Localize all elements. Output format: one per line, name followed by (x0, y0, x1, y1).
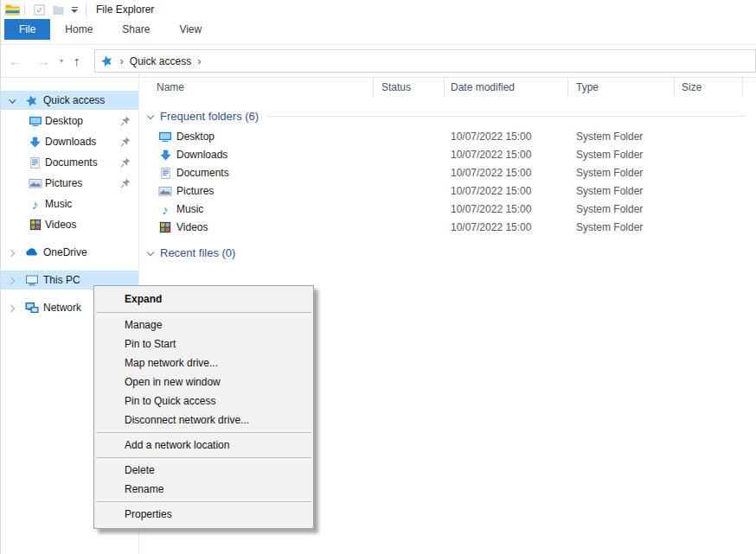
properties-check-icon[interactable] (32, 3, 46, 16)
sidebar-item-label: Pictures (45, 177, 82, 189)
menu-item-disconnect-network-drive[interactable]: Disconnect network drive... (94, 411, 313, 430)
chevron-down-icon[interactable] (147, 249, 154, 256)
toolbar-separator (86, 3, 86, 16)
menu-item-manage[interactable]: Manage (94, 315, 313, 334)
breadcrumb-chevron-icon[interactable]: › (191, 54, 207, 67)
sidebar-item-videos[interactable]: Videos (1, 215, 138, 234)
menu-item-properties[interactable]: Properties (94, 505, 313, 524)
column-divider[interactable] (567, 78, 568, 97)
chevron-right-icon[interactable] (9, 246, 14, 258)
pictures-icon (28, 176, 42, 190)
table-row[interactable]: Pictures 10/07/2022 15:00 System Folder (139, 182, 756, 201)
column-header-type[interactable]: Type (576, 81, 599, 93)
table-row[interactable]: Documents 10/07/2022 15:00 System Folder (139, 164, 756, 182)
row-type: System Folder (576, 185, 643, 197)
sidebar-item-label: OneDrive (43, 246, 87, 258)
recent-locations-caret-icon[interactable]: ▾ (58, 57, 65, 65)
column-header-status[interactable]: Status (381, 81, 411, 93)
breadcrumb-location[interactable]: Quick access (130, 55, 191, 67)
downloads-icon (28, 135, 42, 149)
back-icon[interactable]: ← (1, 54, 29, 67)
up-icon[interactable]: ↑ (65, 54, 89, 67)
group-header-recent-files[interactable]: Recent files (0) (139, 244, 756, 261)
breadcrumb-chevron-icon: › (114, 54, 130, 67)
column-divider[interactable] (674, 78, 675, 97)
column-header-date-modified[interactable]: Date modified (451, 81, 515, 93)
chevron-right-icon[interactable] (9, 302, 14, 314)
column-divider[interactable] (373, 78, 374, 97)
videos-icon (158, 220, 172, 234)
group-header-frequent-folders[interactable]: Frequent folders (6) (139, 107, 756, 124)
sidebar-item-onedrive[interactable]: OneDrive (1, 243, 138, 262)
row-name: Videos (176, 221, 208, 233)
tab-share[interactable]: Share (107, 19, 164, 40)
menu-separator (96, 457, 311, 458)
menu-separator (96, 312, 311, 313)
pin-icon (120, 116, 131, 126)
customize-toolbar-caret-icon[interactable] (71, 7, 78, 13)
row-name: Pictures (176, 185, 214, 197)
videos-icon (28, 218, 42, 232)
group-header-label: Frequent folders (6) (160, 110, 259, 123)
quick-access-star-icon (99, 54, 114, 68)
sidebar-item-downloads[interactable]: Downloads (1, 132, 138, 151)
sidebar-item-pictures[interactable]: Pictures (1, 174, 138, 193)
table-row[interactable]: Videos 10/07/2022 15:00 System Folder (139, 219, 756, 237)
menu-item-add-a-network-location[interactable]: Add a network location (94, 436, 313, 455)
file-explorer-window: File Explorer File Home Share View ← → ▾… (0, 0, 756, 554)
row-date-modified: 10/07/2022 15:00 (451, 131, 531, 143)
menu-item-pin-to-start[interactable]: Pin to Start (94, 334, 313, 353)
table-row[interactable]: Downloads 10/07/2022 15:00 System Folder (139, 146, 756, 164)
sidebar-item-label: Downloads (45, 136, 96, 148)
menu-item-expand[interactable]: Expand (94, 289, 313, 309)
sidebar-item-label: Documents (45, 156, 98, 169)
row-name: Downloads (176, 149, 227, 161)
table-row[interactable]: Desktop 10/07/2022 15:00 System Folder (139, 128, 756, 146)
tab-home[interactable]: Home (50, 19, 107, 40)
sidebar-group-gap (1, 236, 138, 243)
desktop-icon (28, 114, 42, 128)
column-header-name[interactable]: Name (157, 81, 184, 93)
column-divider[interactable] (444, 78, 445, 97)
menu-item-open-in-new-window[interactable]: Open in new window (94, 373, 313, 392)
row-type: System Folder (576, 221, 643, 233)
row-name: Documents (176, 167, 229, 179)
forward-icon[interactable]: → (29, 54, 58, 67)
frequent-folders-rows: Desktop 10/07/2022 15:00 System Folder D… (139, 128, 756, 237)
menu-item-map-network-drive[interactable]: Map network drive... (94, 353, 313, 373)
pin-icon (120, 157, 131, 168)
tab-view[interactable]: View (164, 19, 216, 40)
sidebar-item-music[interactable]: ♪ Music (1, 194, 138, 213)
sidebar-item-desktop[interactable]: Desktop (1, 111, 138, 131)
tab-file[interactable]: File (4, 19, 50, 40)
menu-item-rename[interactable]: Rename (94, 480, 313, 499)
toolbar-separator (24, 3, 25, 16)
sidebar-item-label: Videos (45, 219, 76, 231)
chevron-right-icon[interactable] (9, 274, 14, 286)
network-icon (24, 301, 39, 315)
row-type: System Folder (576, 167, 643, 179)
pin-icon (120, 137, 131, 147)
chevron-down-icon[interactable] (147, 112, 154, 119)
chevron-down-icon[interactable] (9, 94, 14, 106)
menu-separator (96, 432, 311, 433)
column-header-size[interactable]: Size (682, 81, 702, 93)
new-folder-icon[interactable] (51, 3, 65, 16)
context-menu: Expand Manage Pin to Start Map network d… (93, 285, 314, 529)
group-header-rule (267, 116, 746, 117)
sidebar-item-documents[interactable]: Documents (1, 153, 138, 172)
row-date-modified: 10/07/2022 15:00 (451, 221, 531, 233)
music-icon: ♪ (28, 197, 42, 211)
column-divider[interactable] (742, 78, 743, 97)
documents-icon (158, 166, 172, 180)
address-bar[interactable]: › Quick access › (94, 49, 756, 73)
menu-item-pin-to-quick-access[interactable]: Pin to Quick access (94, 392, 313, 411)
downloads-icon (158, 148, 172, 162)
column-headers: Name Status Date modified Type Size (139, 76, 756, 99)
sidebar-group-gap (1, 264, 138, 271)
sidebar-item-quick-access[interactable]: Quick access (1, 91, 138, 110)
menu-item-delete[interactable]: Delete (94, 461, 313, 480)
ribbon-tab-bar: File Home Share View (1, 19, 756, 40)
table-row[interactable]: ♪ Music 10/07/2022 15:00 System Folder (139, 201, 756, 219)
row-type: System Folder (576, 131, 643, 143)
